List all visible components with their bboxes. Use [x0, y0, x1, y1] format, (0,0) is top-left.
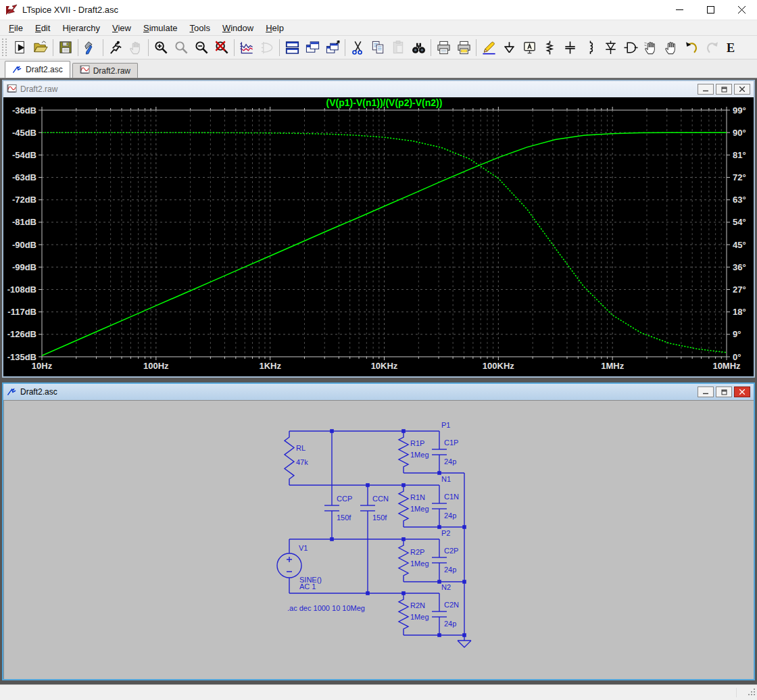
net-label-p1[interactable]: P1 [441, 421, 450, 429]
toolbar-redo-button [702, 38, 722, 57]
resize-grip[interactable] [748, 686, 756, 699]
toolbar-resistor-button[interactable] [539, 38, 560, 57]
waveform-close-button[interactable] [734, 84, 750, 95]
ground-symbol[interactable] [458, 641, 471, 647]
svg-text:RL: RL [296, 444, 306, 452]
svg-text:36°: 36° [733, 262, 746, 272]
component-R1N[interactable]: R1N1Meg [399, 485, 429, 527]
svg-text:47k: 47k [296, 458, 308, 466]
svg-text:-90dB: -90dB [12, 240, 36, 250]
trace-expression-label[interactable]: (V(p1)-V(n1))/(V(p2)-V(n2)) [326, 97, 443, 108]
toolbar-cut-button[interactable] [347, 38, 368, 57]
waveform-window: Draft2.raw -36dB-45dB-54dB-63dB-72dB-81d… [2, 80, 755, 378]
waveform-restore-button[interactable] [716, 84, 732, 95]
toolbar-ground-symbol-button[interactable] [499, 38, 519, 57]
svg-text:27°: 27° [733, 284, 746, 295]
tab-draft2-raw[interactable]: Draft2.raw [72, 63, 138, 78]
toolbar-copy-button[interactable] [368, 38, 388, 57]
bode-plot-canvas[interactable]: -36dB-45dB-54dB-63dB-72dB-81dB-90dB-99dB… [3, 97, 754, 376]
toolbar-arrange-windows-button[interactable] [322, 38, 343, 57]
component-RL[interactable]: RL47k [285, 431, 308, 485]
net-label-n2[interactable]: N2 [441, 583, 451, 591]
component-V1[interactable]: V1SINE()AC 1 [277, 544, 322, 591]
toolbar-move-hand-button[interactable] [661, 38, 681, 57]
toolbar-drag-handle[interactable] [2, 39, 7, 56]
toolbar-separator [279, 39, 280, 56]
toolbar-tile-windows-button[interactable] [282, 38, 302, 57]
menu-item-window[interactable]: Window [216, 22, 260, 34]
maximize-button[interactable] [695, 0, 726, 20]
toolbar-zoom-area-button[interactable] [151, 38, 171, 57]
menu-item-file[interactable]: File [3, 22, 29, 34]
svg-text:9°: 9° [733, 329, 741, 339]
waveform-window-titlebar[interactable]: Draft2.raw [3, 81, 754, 97]
ltspice-logo-icon [5, 3, 18, 17]
toolbar-open-file-button[interactable] [30, 38, 51, 57]
schematic-minimize-button[interactable] [698, 386, 714, 397]
menu-item-hierarchy[interactable]: Hierarchy [56, 22, 106, 34]
toolbar-find-button[interactable] [408, 38, 429, 57]
svg-text:1Meg: 1Meg [410, 613, 429, 621]
toolbar-run-document-button[interactable] [10, 38, 30, 57]
toolbar-zoom-out-button[interactable] [191, 38, 212, 57]
svg-text:1Meg: 1Meg [410, 451, 429, 459]
svg-text:10MHz: 10MHz [712, 361, 741, 371]
close-button[interactable] [726, 0, 757, 20]
status-bar [0, 684, 757, 700]
toolbar-separator [345, 39, 345, 56]
component-C1P[interactable]: C1P24p [432, 431, 458, 473]
svg-text:10Hz: 10Hz [32, 361, 53, 371]
minimize-button[interactable] [664, 0, 695, 20]
svg-text:24p: 24p [444, 566, 456, 574]
toolbar-net-label-button[interactable] [519, 38, 539, 57]
net-label-p2[interactable]: P2 [441, 529, 450, 537]
toolbar-separator [476, 39, 477, 56]
component-R1P[interactable]: R1P1Meg [399, 431, 429, 473]
menu-item-simulate[interactable]: Simulate [137, 22, 184, 34]
svg-text:99°: 99° [733, 105, 746, 116]
toolbar-inductor-button[interactable] [580, 38, 600, 57]
toolbar-component-button[interactable] [620, 38, 641, 57]
schematic-canvas[interactable]: RL47kR1P1MegR1N1MegR2P1MegR2N1MegC1P24pC… [3, 400, 754, 679]
toolbar-print-button[interactable] [433, 38, 454, 57]
bode-plot-area[interactable]: -36dB-45dB-54dB-63dB-72dB-81dB-90dB-99dB… [3, 97, 754, 376]
toolbar-drag-hand-button[interactable] [641, 38, 661, 57]
svg-text:100Hz: 100Hz [143, 361, 169, 371]
tab-draft2-asc[interactable]: Draft2.asc [5, 61, 70, 78]
svg-text:R1N: R1N [410, 493, 425, 501]
toolbar-plot-settings-button[interactable] [237, 38, 257, 57]
menu-item-help[interactable]: Help [260, 22, 290, 34]
spice-directive[interactable]: .ac dec 1000 10 10Meg [287, 604, 365, 612]
toolbar-halt-simulation-button [126, 38, 146, 57]
svg-text:1KHz: 1KHz [259, 361, 281, 371]
toolbar-separator [103, 39, 103, 56]
toolbar-print-preview-button[interactable] [454, 38, 474, 57]
toolbar-diode-button[interactable] [600, 38, 620, 57]
toolbar-control-panel-button[interactable] [80, 38, 101, 57]
schematic-window-titlebar[interactable]: Draft2.asc [3, 384, 754, 400]
waveform-minimize-button[interactable] [698, 84, 714, 95]
menu-item-edit[interactable]: Edit [29, 22, 56, 34]
schematic-close-button[interactable] [734, 386, 750, 397]
toolbar-zoom-full-extents-button[interactable] [212, 38, 232, 57]
menu-item-view[interactable]: View [106, 22, 137, 34]
toolbar-undo-button[interactable] [681, 38, 702, 57]
schematic-window: Draft2.asc RL47kR1P1MegR1N1MegR2P1MegR2N… [2, 382, 755, 680]
toolbar-cascade-windows-button[interactable] [302, 38, 322, 57]
svg-text:C2N: C2N [444, 601, 459, 609]
component-C2N[interactable]: C2N24p [432, 593, 459, 635]
menu-item-tools[interactable]: Tools [184, 22, 216, 34]
toolbar-run-simulation-button[interactable] [105, 38, 126, 57]
toolbar-edit-text-button[interactable]: E [722, 38, 742, 57]
net-label-n1[interactable]: N1 [441, 475, 451, 483]
svg-text:24p: 24p [444, 511, 456, 520]
schematic-restore-button[interactable] [716, 386, 732, 397]
component-R2N[interactable]: R2N1Meg [399, 593, 429, 635]
component-C1N[interactable]: C1N24p [432, 485, 459, 527]
toolbar-edit-wire-pencil-button[interactable] [479, 38, 499, 57]
toolbar-save-button[interactable] [55, 38, 76, 57]
schematic-canvas-area[interactable]: RL47kR1P1MegR1N1MegR2P1MegR2N1MegC1P24pC… [3, 400, 754, 679]
component-C2P[interactable]: C2P24p [432, 539, 458, 582]
toolbar-capacitor-button[interactable] [560, 38, 580, 57]
component-R2P[interactable]: R2P1Meg [399, 539, 429, 582]
